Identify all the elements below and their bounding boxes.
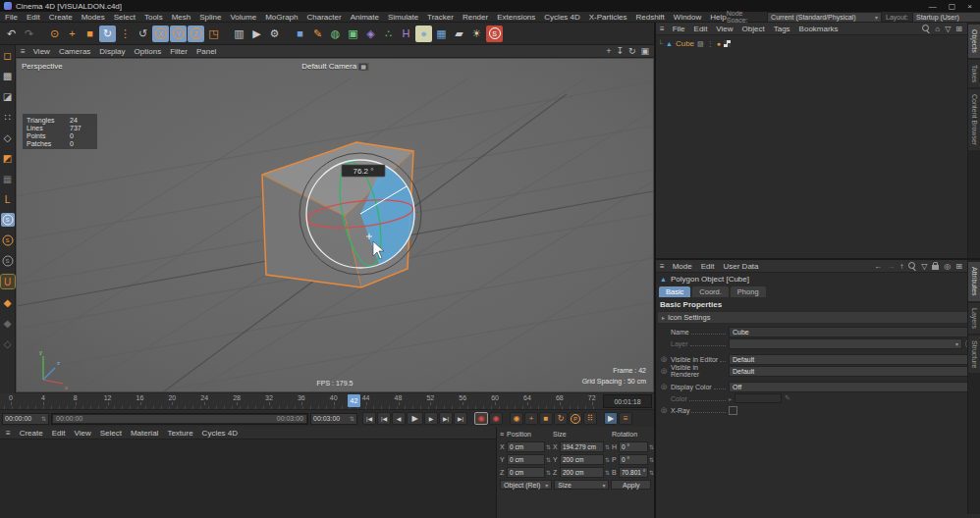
autokey-button[interactable]: ◉ bbox=[489, 412, 503, 425]
menu-item[interactable]: File bbox=[5, 13, 18, 22]
model-mode-icon[interactable]: ▩ bbox=[1, 69, 15, 82]
object-tree[interactable]: └ ▲ Cube ▨ ⋮ ● bbox=[656, 35, 980, 52]
layout-select[interactable]: Startup (User) ▾ bbox=[912, 12, 980, 23]
key-scale-button[interactable]: ■ bbox=[539, 412, 553, 425]
track-selection-icon[interactable]: ◎ bbox=[944, 262, 951, 271]
quantize-icon[interactable]: S bbox=[1, 233, 15, 247]
timeline-timecode[interactable]: 00:01:18 bbox=[603, 394, 652, 408]
play-button[interactable]: ▶ bbox=[407, 412, 423, 425]
visible-renderer-select[interactable]: Default ▾ bbox=[729, 366, 976, 377]
search-icon[interactable] bbox=[922, 25, 930, 32]
range-thumb[interactable]: 00:00:00 00:03:00 bbox=[53, 415, 306, 423]
prev-frame-button[interactable]: ◀ bbox=[392, 412, 406, 425]
apply-button[interactable]: Apply bbox=[611, 480, 651, 490]
object-name[interactable]: Cube bbox=[676, 39, 694, 48]
render-view-icon[interactable]: ▥ bbox=[231, 26, 247, 42]
history-back-icon[interactable]: ← bbox=[874, 262, 882, 271]
camera-icon[interactable]: ▰ bbox=[451, 26, 467, 42]
pan-view-icon[interactable]: + bbox=[606, 46, 611, 56]
record-keyframe-button[interactable]: ◉ bbox=[474, 412, 488, 425]
snap-icon[interactable]: S bbox=[1, 213, 15, 227]
timeline-ruler[interactable]: 04812162024283236404448525660646872 42 0… bbox=[0, 393, 654, 410]
tweak-mode-icon[interactable]: ▦ bbox=[1, 172, 15, 185]
anim-dot-icon[interactable]: ◎ bbox=[660, 355, 668, 363]
timeline-tick[interactable]: 36 bbox=[295, 394, 308, 401]
workplane-mode-icon[interactable]: ◇ bbox=[1, 337, 15, 350]
render-picture-icon[interactable]: ▶ bbox=[248, 26, 265, 42]
toggle-panel-icon[interactable]: ▣ bbox=[640, 46, 649, 56]
menu-item[interactable]: Cycles 4D bbox=[544, 13, 579, 22]
menu-item[interactable]: Animate bbox=[351, 13, 379, 22]
field-icon[interactable]: ● bbox=[415, 26, 432, 42]
attribute-menu-item[interactable]: Edit bbox=[701, 262, 715, 271]
display-color-select[interactable]: Off ▾ bbox=[729, 382, 976, 392]
attribute-tab[interactable]: Basic bbox=[659, 286, 690, 297]
goto-start-button[interactable]: |◀ bbox=[362, 412, 376, 425]
coord-system-icon[interactable]: ◳ bbox=[205, 26, 222, 42]
make-editable-icon[interactable]: ◻ bbox=[1, 48, 15, 62]
array-icon[interactable]: ▦ bbox=[433, 26, 450, 42]
toolbar-icon[interactable] bbox=[284, 26, 291, 42]
playback-mode-button[interactable]: ▶ bbox=[604, 412, 618, 425]
attribute-tab[interactable]: Coord. bbox=[692, 286, 729, 297]
timeline-tick[interactable]: 68 bbox=[553, 394, 567, 401]
material-menu-icon[interactable]: ≡ bbox=[6, 429, 11, 438]
lock-y-icon[interactable]: Y bbox=[170, 26, 187, 42]
mograph-icon[interactable]: ∴ bbox=[380, 26, 397, 42]
workplane-lock-icon[interactable]: ◆ bbox=[1, 316, 15, 330]
timeline-tick[interactable]: 60 bbox=[488, 394, 502, 401]
attribute-menu-item[interactable]: Mode bbox=[673, 262, 692, 271]
object-menu-item[interactable]: File bbox=[673, 25, 685, 33]
spinner-arrows-icon[interactable]: ⇅ bbox=[605, 456, 610, 463]
viewport-menu-item[interactable]: Filter bbox=[170, 47, 188, 56]
menu-item[interactable]: Volume bbox=[230, 13, 256, 22]
toolbar-icon[interactable] bbox=[38, 26, 45, 42]
edge-mode-icon[interactable]: ◇ bbox=[1, 130, 15, 144]
viewport-menu-item[interactable]: Panel bbox=[196, 47, 216, 56]
anim-dot-icon[interactable]: ◎ bbox=[660, 406, 668, 414]
attribute-tab[interactable]: Phong bbox=[731, 286, 766, 297]
viewport-canvas[interactable]: 76.2 ° y x z Perspective bbox=[16, 58, 654, 392]
menu-item[interactable]: MoGraph bbox=[265, 13, 298, 22]
timeline-tick[interactable]: 56 bbox=[456, 394, 469, 401]
attribute-menu-icon[interactable]: ≡ bbox=[660, 262, 665, 271]
cube-primitive-icon[interactable]: ■ bbox=[292, 26, 308, 42]
undo-icon[interactable]: ↶ bbox=[3, 26, 20, 42]
timeline-tick[interactable]: 20 bbox=[165, 394, 179, 401]
psr-mini-icon[interactable]: ⋮ bbox=[117, 26, 134, 42]
timeline-tick[interactable]: 72 bbox=[585, 394, 599, 401]
timeline-tick[interactable]: 8 bbox=[69, 394, 82, 401]
view-label[interactable]: Perspective bbox=[22, 62, 63, 71]
key-rotation-button[interactable]: ↻ bbox=[554, 412, 568, 425]
color-picker-icon[interactable]: ✎ bbox=[785, 394, 790, 402]
texture-mode-icon[interactable]: ◪ bbox=[1, 89, 15, 103]
axis-mode-icon[interactable]: L bbox=[1, 192, 15, 206]
anim-dot-icon[interactable]: ◎ bbox=[660, 367, 668, 375]
visibility-dots-icon[interactable]: ⋮ bbox=[707, 40, 714, 48]
enabled-dot-icon[interactable]: ● bbox=[717, 40, 721, 47]
panel-tab[interactable]: Content Browser bbox=[968, 89, 980, 150]
snap-mode-icon[interactable]: S bbox=[1, 254, 15, 268]
record-button[interactable] bbox=[598, 412, 603, 425]
menu-item[interactable]: Spline bbox=[199, 13, 221, 22]
viewport-menu-item[interactable]: Cameras bbox=[59, 47, 90, 56]
visible-editor-select[interactable]: Default ▾ bbox=[729, 354, 976, 365]
timeline-tick[interactable]: 0 bbox=[4, 394, 18, 401]
render-settings-icon[interactable]: ⚙ bbox=[266, 26, 283, 42]
object-row-cube[interactable]: └ ▲ Cube ▨ ⋮ ● bbox=[658, 38, 978, 49]
object-menu-icon[interactable]: ≡ bbox=[660, 25, 665, 33]
redo-icon[interactable]: ↷ bbox=[21, 26, 37, 42]
menu-item[interactable]: Window bbox=[674, 13, 701, 22]
timeline-tick[interactable]: 44 bbox=[359, 394, 373, 401]
position-x-input[interactable]: 0 cm bbox=[507, 441, 545, 452]
rotate-mini-icon[interactable]: ↺ bbox=[135, 26, 151, 42]
camera-menu-icon[interactable]: ▦ bbox=[358, 63, 368, 71]
viewport-menu-item[interactable]: View bbox=[33, 47, 50, 56]
object-menu-item[interactable]: Object bbox=[742, 25, 765, 33]
anim-dot-icon[interactable]: ◎ bbox=[660, 383, 668, 390]
size-z-input[interactable]: 200 cm bbox=[560, 467, 604, 478]
next-key-button[interactable]: ▶| bbox=[439, 412, 453, 425]
menu-item[interactable]: X-Particles bbox=[589, 13, 627, 22]
object-menu-item[interactable]: Edit bbox=[694, 25, 708, 33]
timeline-tick[interactable]: 48 bbox=[392, 394, 406, 401]
